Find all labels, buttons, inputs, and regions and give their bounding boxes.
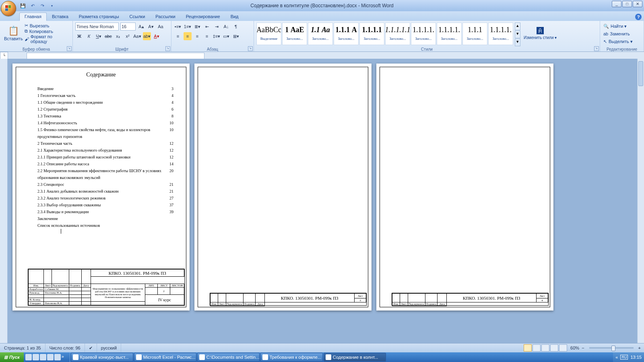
style-item-0[interactable]: АаBbCcВыделение (256, 23, 281, 45)
indent-dec-icon[interactable]: ⇤ (203, 23, 211, 31)
tab-mailings[interactable]: Рассылки (150, 12, 180, 21)
ql-desktop-icon[interactable] (33, 354, 39, 360)
styles-scroll-up[interactable]: ▴ (515, 23, 520, 30)
find-button[interactable]: 🔍Найти ▾ (603, 23, 641, 30)
ql-more-icon[interactable]: » (62, 354, 68, 360)
zoom-in-button[interactable]: + (637, 346, 642, 350)
office-button[interactable] (1, 1, 16, 16)
minimize-button[interactable]: _ (612, 1, 621, 7)
view-web[interactable] (541, 344, 549, 352)
view-draft[interactable] (559, 344, 567, 352)
clear-format-icon[interactable]: Aa (157, 23, 165, 31)
indent-inc-icon[interactable]: ⇥ (213, 23, 221, 31)
bold-icon[interactable]: Ж (75, 32, 83, 40)
ql-app2-icon[interactable] (54, 354, 61, 360)
font-color-icon[interactable]: A▾ (153, 32, 161, 40)
status-page[interactable]: Страница: 1 из 35 (0, 343, 45, 352)
shrink-font-icon[interactable]: A▾ (147, 23, 155, 31)
document-area[interactable]: Содержание Введение31 Геологическая част… (0, 59, 644, 350)
save-icon[interactable]: 💾 (19, 2, 27, 9)
taskbar-task-3[interactable]: Требования к оформле... (260, 353, 323, 362)
status-words[interactable]: Число слов: 96 (45, 343, 85, 352)
grow-font-icon[interactable]: A▴ (137, 23, 145, 31)
tab-home[interactable]: Главная (19, 12, 47, 21)
bullets-icon[interactable]: •≡▾ (174, 23, 182, 31)
tray-clock[interactable]: 13:15 (630, 355, 642, 360)
style-item-5[interactable]: 1.1.1.1.1Заголово... (385, 23, 410, 45)
strike-icon[interactable]: abc (104, 32, 112, 40)
zoom-out-button[interactable]: − (580, 346, 586, 350)
view-print-layout[interactable] (524, 344, 532, 352)
justify-icon[interactable]: ≡ (203, 32, 211, 40)
select-button[interactable]: ↖Выделить ▾ (603, 38, 641, 45)
align-center-icon[interactable]: ≡ (184, 32, 192, 40)
styles-dialog-launcher[interactable]: ↘ (594, 46, 599, 51)
start-button[interactable]: ⊞Пуск (0, 352, 24, 362)
paragraph-dialog-launcher[interactable]: ↘ (248, 46, 253, 51)
taskbar-task-2[interactable]: C:\Documents and Settin... (197, 353, 260, 362)
tab-review[interactable]: Рецензирование (181, 12, 225, 21)
status-language[interactable]: русский (97, 343, 121, 352)
tab-references[interactable]: Ссылки (124, 12, 151, 21)
taskbar-task-1[interactable]: Microsoft Excel - Распис... (134, 353, 196, 362)
styles-gallery[interactable]: АаBbCcВыделение1 АаEЗаголово...1.1 АаЗаг… (256, 22, 513, 45)
status-proof-icon[interactable]: ✔ (85, 343, 97, 352)
italic-icon[interactable]: К (85, 32, 93, 40)
tab-view[interactable]: Вид (225, 12, 244, 21)
cut-button[interactable]: ✂Вырезать (25, 23, 70, 28)
superscript-icon[interactable]: x² (124, 32, 132, 40)
line-spacing-icon[interactable]: ‡≡▾ (213, 32, 221, 40)
paste-button[interactable]: 📋 Вставить (2, 22, 25, 45)
view-full-screen[interactable] (533, 344, 541, 352)
qat-more-icon[interactable]: ▾ (48, 2, 56, 9)
style-item-3[interactable]: 1.1.1 АЗаголово... (334, 23, 359, 45)
tray-expand-icon[interactable]: « (615, 355, 618, 360)
numbering-icon[interactable]: 1≡▾ (184, 23, 192, 31)
undo-icon[interactable]: ↶ (29, 2, 36, 9)
copy-button[interactable]: ⧉Копировать (25, 29, 70, 34)
zoom-value[interactable]: 60% (570, 346, 579, 350)
help-icon[interactable]: ? (635, 14, 642, 20)
redo-icon[interactable]: ↷ (39, 2, 46, 9)
clipboard-dialog-launcher[interactable]: ↘ (67, 46, 72, 51)
font-dialog-launcher[interactable]: ↘ (165, 46, 170, 51)
pilcrow-icon[interactable]: ¶ (232, 23, 240, 31)
highlight-icon[interactable]: ab▾ (143, 32, 151, 40)
styles-scroll-down[interactable]: ▾ (515, 31, 520, 38)
sort-icon[interactable]: A↓ (222, 23, 230, 31)
tray-lang-icon[interactable]: RU (620, 355, 628, 360)
replace-button[interactable]: abЗаменить (603, 30, 641, 37)
font-name-input[interactable] (75, 23, 119, 31)
view-outline[interactable] (550, 344, 558, 352)
change-case-icon[interactable]: Aa▾ (133, 32, 141, 40)
taskbar-task-0[interactable]: Краевой конкурс-выст... (71, 353, 133, 362)
zoom-slider[interactable] (589, 347, 634, 349)
ql-firefox-icon[interactable] (40, 354, 46, 360)
underline-icon[interactable]: Ч▾ (95, 32, 103, 40)
style-item-1[interactable]: 1 АаEЗаголово... (282, 23, 307, 45)
shading-icon[interactable]: ▭▾ (222, 32, 230, 40)
taskbar-task-4[interactable]: Содержание в колнт... (324, 353, 386, 362)
font-size-input[interactable] (120, 23, 136, 31)
align-left-icon[interactable]: ≡ (174, 32, 182, 40)
scrollbar-vertical[interactable] (637, 59, 644, 350)
style-item-6[interactable]: 1.1.1.1.Заголово... (411, 23, 436, 45)
format-painter-button[interactable]: 🖌Формат по образцу (25, 34, 70, 44)
ruler-vertical[interactable] (0, 59, 8, 350)
style-item-8[interactable]: 1.1.1Заголово... (462, 23, 487, 45)
change-styles-button[interactable]: 🅰 Изменить стили ▾ (522, 22, 558, 45)
scroll-thumb[interactable] (638, 61, 643, 86)
multilevel-icon[interactable]: ≣▾ (193, 23, 201, 31)
borders-icon[interactable]: ⊞▾ (232, 32, 240, 40)
subscript-icon[interactable]: x₂ (114, 32, 122, 40)
style-item-2[interactable]: 1.1 АаЗаголово... (308, 23, 333, 45)
ql-ie-icon[interactable] (25, 354, 32, 360)
styles-more[interactable]: ▾ (515, 39, 520, 46)
tab-insert[interactable]: Вставка (47, 12, 74, 21)
restore-button[interactable]: □ (622, 1, 632, 7)
tab-layout[interactable]: Разметка страницы (74, 12, 124, 21)
style-item-4[interactable]: 1.1.1.1Заголово... (359, 23, 384, 45)
style-item-9[interactable]: 1.1.1.1.Заголово... (488, 23, 513, 45)
ql-app-icon[interactable] (47, 354, 54, 360)
align-right-icon[interactable]: ≡ (193, 32, 201, 40)
